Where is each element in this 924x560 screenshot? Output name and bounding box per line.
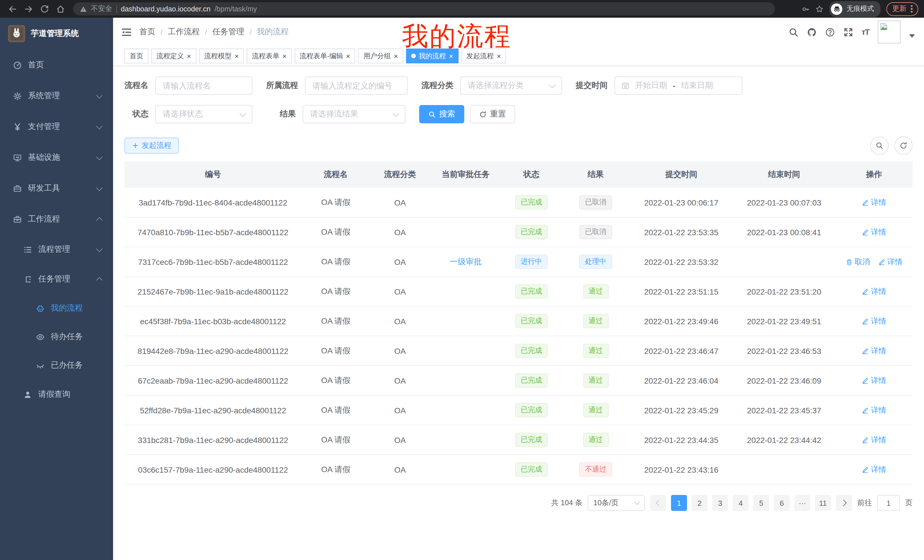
close-icon[interactable]: × <box>394 52 398 60</box>
refresh-table-button[interactable] <box>894 136 913 155</box>
column-header-提交时间: 提交时间 <box>630 162 733 188</box>
filter-label-result: 结果 <box>280 109 296 119</box>
goto-page-input[interactable] <box>877 495 900 511</box>
yen-icon <box>13 123 22 131</box>
sidebar-item-支付管理[interactable]: 支付管理 <box>0 111 113 142</box>
pager-ellipsis[interactable]: ··· <box>794 495 810 511</box>
key-icon[interactable] <box>802 5 810 13</box>
font-size-icon[interactable]: ᴛT <box>861 27 869 36</box>
process-definition-input[interactable] <box>305 76 408 95</box>
breadcrumb-item-工作流程[interactable]: 工作流程 <box>168 27 200 37</box>
breadcrumb-item-任务管理[interactable]: 任务管理 <box>213 27 244 37</box>
caret-down-icon[interactable] <box>909 34 915 38</box>
task-link[interactable]: 一级审批 <box>450 257 482 266</box>
reset-button[interactable]: 重置 <box>470 105 515 123</box>
kebab-menu-icon[interactable] <box>911 5 913 13</box>
detail-link[interactable]: 详情 <box>862 197 886 208</box>
sidebar-item-label: 系统管理 <box>28 91 60 101</box>
sidebar-item-研发工具[interactable]: 研发工具 <box>0 173 113 204</box>
help-icon[interactable] <box>825 27 835 37</box>
page-5[interactable]: 5 <box>753 495 769 511</box>
sidebar-item-我的流程[interactable]: 我的流程 <box>0 294 113 322</box>
tab-流程表单-编辑[interactable]: 流程表单-编辑× <box>295 48 356 63</box>
sidebar-item-基础设施[interactable]: 基础设施 <box>0 142 113 173</box>
category-select[interactable]: 请选择流程分类 <box>460 76 562 95</box>
sidebar-item-请假查询[interactable]: 请假查询 <box>0 380 113 409</box>
close-icon[interactable]: × <box>282 52 286 60</box>
github-icon[interactable] <box>807 27 816 37</box>
sidebar-item-首页[interactable]: 首页 <box>0 49 113 81</box>
breadcrumb-item-首页[interactable]: 首页 <box>140 27 155 37</box>
detail-link[interactable]: 详情 <box>862 405 886 415</box>
sidebar-item-已办任务[interactable]: 已办任务 <box>0 351 113 380</box>
toggle-search-button[interactable] <box>870 136 889 155</box>
cell-task <box>430 277 501 306</box>
close-icon[interactable]: × <box>187 52 191 60</box>
date-range-picker[interactable]: 开始日期 - 结束日期 <box>615 76 742 95</box>
star-icon[interactable] <box>816 5 824 13</box>
detail-link[interactable]: 详情 <box>862 227 886 237</box>
page-1[interactable]: 1 <box>671 495 687 511</box>
avatar[interactable] <box>878 21 901 43</box>
close-icon[interactable]: × <box>234 52 239 60</box>
detail-link[interactable]: 详情 <box>862 346 886 356</box>
cell-status: 已完成 <box>501 455 561 484</box>
detail-link[interactable]: 详情 <box>862 316 886 326</box>
process-name-input[interactable] <box>155 76 252 95</box>
chevron-down-icon <box>96 92 103 99</box>
hamburger-icon[interactable] <box>120 26 132 38</box>
status-select[interactable]: 请选择状态 <box>155 105 252 123</box>
cell-submit-time: 2022-01-22 23:43:16 <box>630 455 733 484</box>
tab-流程定义[interactable]: 流程定义× <box>152 48 196 63</box>
detail-link[interactable]: 详情 <box>862 464 886 475</box>
security-label: 不安全 <box>91 4 112 14</box>
result-select[interactable]: 请选择流结果 <box>303 105 405 123</box>
search-button[interactable]: 搜索 <box>419 105 464 123</box>
page-size-select[interactable]: 10条/页 <box>588 495 645 511</box>
sidebar-item-系统管理[interactable]: 系统管理 <box>0 81 113 111</box>
tab-流程模型[interactable]: 流程模型× <box>199 48 244 63</box>
page-size-value: 10条/页 <box>593 498 618 508</box>
sidebar-item-待办任务[interactable]: 待办任务 <box>0 322 113 351</box>
page-6[interactable]: 6 <box>774 495 790 511</box>
home-icon[interactable] <box>54 2 68 16</box>
tab-流程表单[interactable]: 流程表单× <box>247 48 291 63</box>
cell-actions: 详情 <box>836 336 913 365</box>
toolbar: 发起流程 <box>113 133 924 162</box>
update-button[interactable]: 更新 <box>886 2 918 16</box>
page-3[interactable]: 3 <box>712 495 728 511</box>
fullscreen-icon[interactable] <box>843 27 853 37</box>
back-icon[interactable] <box>6 2 20 16</box>
detail-link[interactable]: 详情 <box>862 375 886 386</box>
close-icon[interactable]: × <box>346 52 350 60</box>
tab-首页[interactable]: 首页 <box>124 48 148 63</box>
reload-icon[interactable] <box>38 2 51 16</box>
sidebar-item-任务管理[interactable]: 任务管理 <box>0 264 113 294</box>
broken-image-icon <box>879 22 888 31</box>
action-label: 取消 <box>855 257 870 267</box>
sidebar-item-工作流程[interactable]: 工作流程 <box>0 204 113 235</box>
cell-end-time: 2022-01-22 23:44:42 <box>733 425 836 455</box>
url-domain: dashboard.yudao.iocoder.cn <box>121 5 210 13</box>
prev-page-button[interactable] <box>650 495 666 511</box>
chevron-down-icon <box>96 246 103 252</box>
tab-用户分组[interactable]: 用户分组× <box>358 48 403 63</box>
detail-link[interactable]: 详情 <box>862 286 886 296</box>
page-4[interactable]: 4 <box>733 495 748 511</box>
next-page-button[interactable] <box>836 495 852 511</box>
sidebar-item-流程管理[interactable]: 流程管理 <box>0 235 113 264</box>
forward-icon[interactable] <box>22 2 35 16</box>
detail-link[interactable]: 详情 <box>862 435 886 445</box>
cancel-link[interactable]: 取消 <box>846 257 870 267</box>
cell-actions: 详情 <box>836 277 913 306</box>
address-bar[interactable]: 不安全 dashboard.yudao.iocoder.cn/bpm/task/… <box>73 2 775 15</box>
search-icon[interactable] <box>788 27 798 37</box>
page-11[interactable]: 11 <box>815 495 831 511</box>
table-row: 7317cec6-7b9b-11ec-b5b7-acde48001122OA 请… <box>124 247 913 277</box>
detail-link[interactable]: 详情 <box>878 257 903 267</box>
page-2[interactable]: 2 <box>692 495 708 511</box>
trash-icon <box>846 258 852 265</box>
incognito-icon <box>831 3 843 15</box>
goto-label: 前往 <box>857 498 872 508</box>
create-process-button[interactable]: 发起流程 <box>124 138 179 154</box>
